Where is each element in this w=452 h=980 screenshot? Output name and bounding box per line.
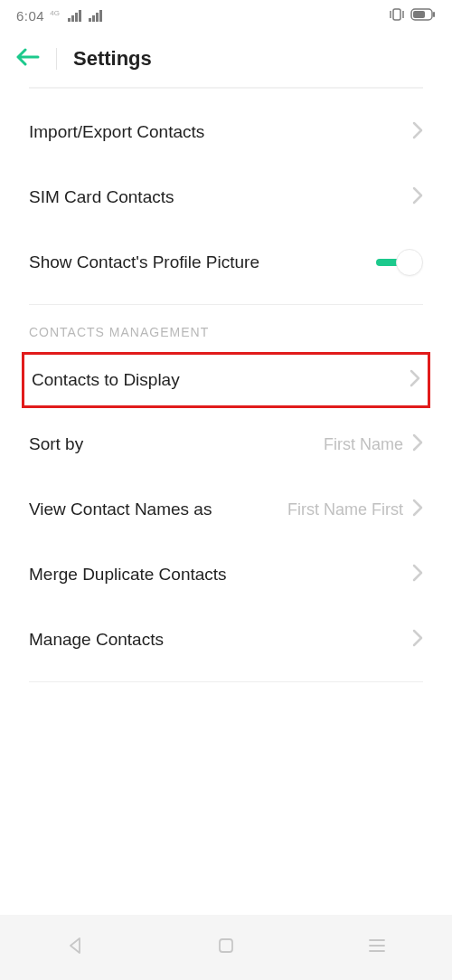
divider: [29, 681, 423, 682]
row-label: SIM Card Contacts: [29, 186, 174, 209]
chevron-right-icon: [412, 499, 423, 520]
row-sim-contacts[interactable]: SIM Card Contacts: [29, 165, 423, 230]
row-label: Show Contact's Profile Picture: [29, 252, 259, 274]
row-value: First Name: [324, 435, 403, 454]
row-value: First Name First: [287, 500, 403, 519]
divider: [29, 304, 423, 305]
row-profile-picture[interactable]: Show Contact's Profile Picture: [29, 230, 423, 295]
row-contacts-to-display[interactable]: Contacts to Display: [24, 355, 428, 405]
row-label: Sort by: [29, 433, 83, 456]
chevron-right-icon: [412, 629, 423, 651]
row-label: Manage Contacts: [29, 629, 164, 652]
signal-1-icon: [68, 10, 81, 22]
nav-back-icon[interactable]: [65, 936, 85, 959]
row-label: Import/Export Contacts: [29, 121, 204, 144]
svg-rect-0: [393, 9, 400, 20]
row-sort-by[interactable]: Sort by First Name: [29, 412, 423, 477]
status-time: 6:04: [16, 8, 44, 24]
svg-rect-5: [433, 12, 435, 17]
chevron-right-icon: [412, 433, 423, 455]
row-merge-duplicates[interactable]: Merge Duplicate Contacts: [29, 542, 423, 607]
app-header: Settings: [0, 29, 452, 87]
signal-2-icon: [89, 10, 102, 22]
battery-icon: [410, 8, 436, 24]
svg-rect-4: [413, 11, 425, 18]
network-type-icon: 4G: [50, 8, 60, 17]
row-label: Contacts to Display: [32, 369, 180, 392]
row-label: View Contact Names as: [29, 499, 212, 521]
status-bar: 6:04 4G: [0, 0, 452, 29]
back-icon[interactable]: [16, 47, 40, 71]
chevron-right-icon: [412, 121, 423, 143]
chevron-right-icon: [412, 186, 423, 208]
row-label: Merge Duplicate Contacts: [29, 564, 227, 586]
section-header-management: CONTACTS MANAGEMENT: [0, 325, 452, 348]
page-title: Settings: [73, 47, 152, 71]
row-import-export[interactable]: Import/Export Contacts: [29, 100, 423, 165]
row-view-names-as[interactable]: View Contact Names as First Name First: [29, 477, 423, 542]
nav-home-icon[interactable]: [216, 936, 236, 959]
svg-rect-6: [220, 939, 232, 952]
nav-recent-icon[interactable]: [367, 936, 387, 959]
divider: [29, 87, 423, 89]
chevron-right-icon: [412, 564, 423, 585]
navigation-bar: [0, 915, 452, 980]
header-divider: [56, 48, 57, 70]
chevron-right-icon: [410, 369, 420, 391]
highlight-contacts-to-display: Contacts to Display: [22, 352, 430, 408]
row-manage-contacts[interactable]: Manage Contacts: [29, 607, 423, 672]
vibrate-icon: [389, 8, 405, 24]
toggle-profile-picture[interactable]: [376, 249, 423, 276]
